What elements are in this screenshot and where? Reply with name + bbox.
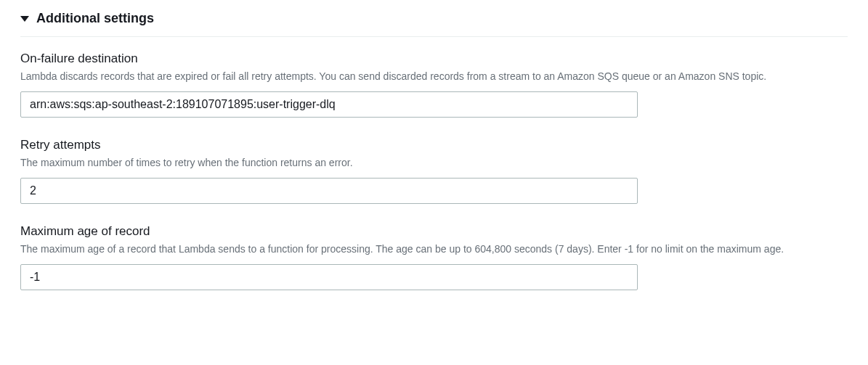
on-failure-destination-group: On-failure destination Lambda discards r… [20, 52, 848, 118]
retry-attempts-group: Retry attempts The maximum number of tim… [20, 138, 848, 204]
on-failure-destination-description: Lambda discards records that are expired… [20, 69, 848, 84]
caret-down-icon [20, 16, 29, 22]
on-failure-destination-label: On-failure destination [20, 52, 848, 66]
max-age-of-record-description: The maximum age of a record that Lambda … [20, 242, 848, 257]
section-title: Additional settings [36, 11, 154, 26]
on-failure-destination-input[interactable] [20, 91, 638, 118]
additional-settings-header[interactable]: Additional settings [20, 11, 848, 37]
max-age-of-record-group: Maximum age of record The maximum age of… [20, 224, 848, 290]
max-age-of-record-input[interactable] [20, 264, 638, 290]
retry-attempts-description: The maximum number of times to retry whe… [20, 155, 848, 171]
retry-attempts-input[interactable] [20, 178, 638, 204]
max-age-of-record-label: Maximum age of record [20, 224, 848, 239]
retry-attempts-label: Retry attempts [20, 138, 848, 152]
